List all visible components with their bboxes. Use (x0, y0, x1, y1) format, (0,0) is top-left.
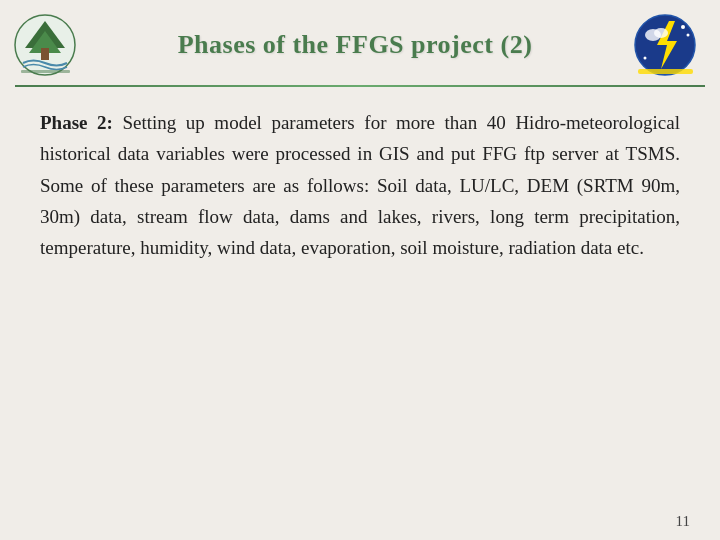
title-area: Phases of the FFGS project (2) (80, 30, 630, 60)
phase-label: Phase 2: (40, 112, 113, 133)
body-text: Phase 2: Setting up model parameters for… (40, 107, 680, 264)
svg-rect-4 (21, 70, 70, 73)
right-logo (630, 10, 700, 80)
svg-point-10 (686, 33, 689, 36)
slide-container: Phases of the FFGS project (2) (0, 0, 720, 540)
svg-point-11 (643, 56, 646, 59)
left-logo (10, 10, 80, 80)
svg-rect-3 (41, 48, 49, 60)
header: Phases of the FFGS project (2) (0, 0, 720, 85)
svg-rect-12 (638, 69, 693, 74)
svg-point-8 (654, 28, 668, 38)
body-text-content: Setting up model parameters for more tha… (40, 112, 680, 258)
slide-title: Phases of the FFGS project (2) (80, 30, 630, 60)
page-number: 11 (676, 513, 690, 530)
content-area: Phase 2: Setting up model parameters for… (0, 87, 720, 508)
footer: 11 (0, 508, 720, 540)
svg-point-9 (681, 25, 685, 29)
